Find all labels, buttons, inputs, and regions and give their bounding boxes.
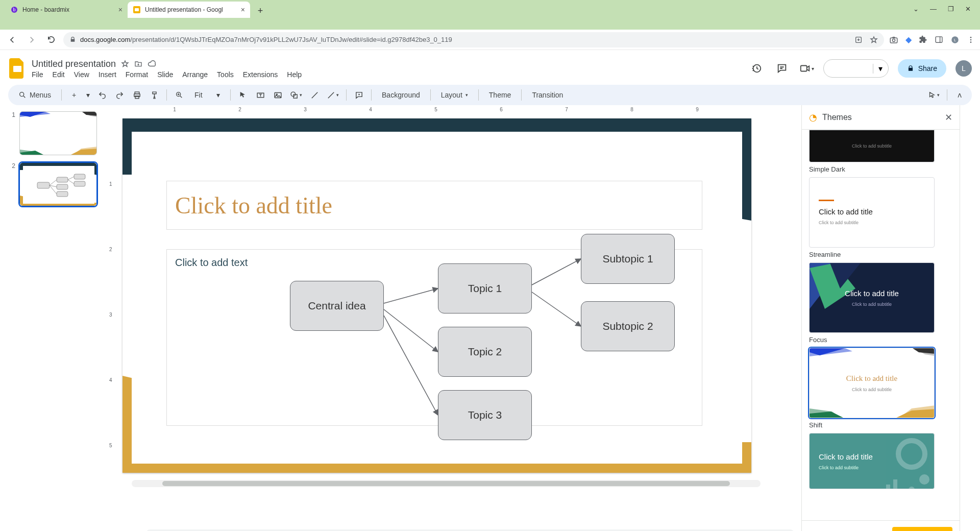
sidepanel-icon[interactable]: [935, 35, 943, 44]
url-text: docs.google.com/presentation/d/1QWsbJTrE…: [80, 36, 452, 43]
star-icon[interactable]: [121, 60, 129, 68]
horizontal-scrollbar[interactable]: [132, 480, 761, 487]
theme-label: Focus: [809, 336, 952, 344]
layout-button[interactable]: Layout▾: [436, 88, 473, 102]
line-tool[interactable]: [307, 88, 322, 102]
redo-button[interactable]: [112, 88, 127, 102]
svg-rect-50: [886, 485, 890, 489]
history-icon[interactable]: [748, 60, 765, 77]
ruler-horizontal: 1 2 3 4 5 6 7 8 9: [117, 105, 801, 115]
extensions-icon[interactable]: [919, 35, 927, 44]
textbox-tool[interactable]: [253, 88, 267, 102]
menu-tools[interactable]: Tools: [217, 70, 234, 79]
pointer-mode[interactable]: ▾: [926, 88, 942, 102]
menu-slide[interactable]: Slide: [157, 70, 173, 79]
bottom-bar: Click to add speaker notes: [107, 526, 801, 531]
minimize-icon[interactable]: —: [930, 5, 937, 13]
forward-button[interactable]: [24, 33, 39, 47]
app-header: Untitled presentation File Edit View Ins…: [0, 50, 980, 83]
import-theme-button[interactable]: Import theme: [892, 527, 952, 531]
close-icon[interactable]: ✕: [945, 112, 952, 123]
menu-edit[interactable]: Edit: [53, 70, 65, 79]
browser-tab-slides[interactable]: Untitled presentation - Googl ×: [128, 2, 250, 18]
chevron-down-icon[interactable]: ▾: [873, 64, 888, 74]
favicon-boardmix: b: [10, 6, 18, 14]
filmstrip: 1 2: [0, 105, 107, 531]
svg-rect-37: [57, 191, 68, 197]
kebab-icon[interactable]: [967, 36, 975, 44]
slide-thumbnail-2[interactable]: [19, 162, 97, 206]
menu-extensions[interactable]: Extensions: [243, 70, 278, 79]
svg-rect-39: [74, 181, 85, 186]
svg-point-17: [20, 92, 24, 96]
move-icon[interactable]: [134, 60, 142, 68]
lock-icon: [69, 36, 76, 43]
print-button[interactable]: [130, 88, 144, 102]
svg-point-11: [970, 39, 972, 40]
account-avatar[interactable]: L: [955, 60, 972, 77]
slide-thumbnail-1[interactable]: [19, 111, 97, 155]
tab-title: Home - boardmix: [22, 6, 114, 13]
svg-point-48: [919, 474, 929, 485]
ruler-vertical: 1 2 3 4 5: [107, 115, 117, 521]
comment-tool[interactable]: [352, 88, 366, 102]
transition-button[interactable]: Transition: [527, 88, 568, 102]
paint-format-button[interactable]: [147, 88, 161, 102]
new-slide-button[interactable]: +: [67, 88, 81, 102]
svg-rect-7: [936, 37, 942, 42]
document-title[interactable]: Untitled presentation: [32, 59, 116, 69]
image-tool[interactable]: [271, 88, 285, 102]
close-window-icon[interactable]: ✕: [965, 5, 971, 13]
theme-card-simple-dark-partial[interactable]: Click to add subtitle: [809, 130, 935, 162]
svg-point-12: [970, 41, 972, 43]
new-tab-button[interactable]: +: [253, 4, 267, 18]
search-menus[interactable]: Menus: [13, 88, 56, 102]
close-icon[interactable]: ×: [241, 6, 245, 14]
theme-card-momentum[interactable]: Click to add title Click to add subtitle: [809, 433, 935, 489]
svg-rect-16: [801, 66, 807, 71]
chevron-down-icon[interactable]: ⌄: [913, 5, 919, 13]
zoom-button[interactable]: [172, 88, 186, 102]
menu-view[interactable]: View: [74, 70, 89, 79]
panel-body[interactable]: Click to add subtitle Simple Dark Click …: [802, 130, 960, 520]
camera-icon[interactable]: [889, 35, 898, 44]
theme-label: Streamline: [809, 251, 952, 258]
cloud-icon[interactable]: [148, 59, 157, 68]
panel-header: ◔ Themes ✕: [802, 105, 960, 130]
slideshow-button[interactable]: Slideshow ▾: [823, 59, 889, 78]
browser-tab-boardmix[interactable]: b Home - boardmix ×: [5, 2, 128, 18]
back-button[interactable]: [5, 33, 19, 47]
menu-file[interactable]: File: [32, 70, 43, 79]
menu-format[interactable]: Format: [126, 70, 148, 79]
menu-help[interactable]: Help: [287, 70, 302, 79]
canvas[interactable]: Click to add title Click to add text Cen…: [117, 115, 801, 521]
meet-icon[interactable]: ▾: [799, 60, 814, 77]
share-button[interactable]: Share: [898, 59, 946, 78]
undo-button[interactable]: [95, 88, 109, 102]
chevron-down-icon[interactable]: ▾: [84, 88, 92, 102]
theme-card-focus[interactable]: Click to add title Click to add subtitle: [809, 262, 935, 333]
theme-button[interactable]: Theme: [484, 88, 517, 102]
collapse-toolbar[interactable]: ʌ: [952, 88, 967, 102]
profile-icon[interactable]: L: [950, 35, 960, 44]
slide[interactable]: Click to add title Click to add text Cen…: [122, 118, 751, 473]
reload-button[interactable]: [44, 33, 58, 47]
address-bar[interactable]: docs.google.com/presentation/d/1QWsbJTrE…: [63, 32, 884, 47]
close-icon[interactable]: ×: [118, 6, 122, 14]
zoom-select[interactable]: Fit▾: [189, 88, 225, 102]
extension-icon[interactable]: ◆: [905, 35, 912, 44]
lock-icon: [907, 65, 914, 72]
menu-arrange[interactable]: Arrange: [182, 70, 208, 79]
line-menu[interactable]: ▾: [325, 88, 341, 102]
theme-card-shift[interactable]: Click to add title Click to add subtitle: [809, 348, 935, 418]
theme-card-streamline[interactable]: Click to add title Click to add subtitle: [809, 177, 935, 248]
comments-icon[interactable]: [774, 60, 790, 77]
slides-logo[interactable]: [8, 59, 27, 78]
select-tool[interactable]: [236, 88, 250, 102]
menu-insert[interactable]: Insert: [99, 70, 116, 79]
svg-rect-13: [13, 65, 22, 73]
shape-tool[interactable]: ▾: [288, 88, 304, 102]
svg-rect-38: [74, 174, 85, 179]
background-button[interactable]: Background: [377, 88, 425, 102]
maximize-icon[interactable]: ❐: [948, 5, 954, 13]
